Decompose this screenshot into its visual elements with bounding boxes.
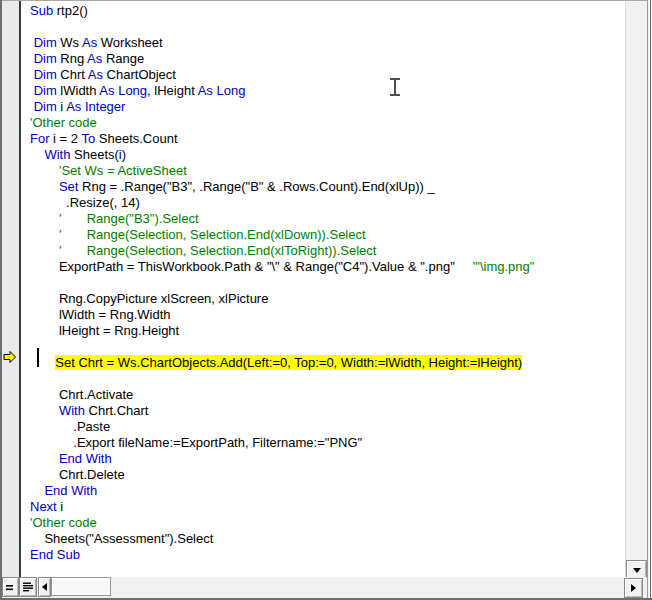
code-token: As xyxy=(82,35,97,50)
code-token: 'Other code xyxy=(30,115,97,130)
code-token: Dim xyxy=(34,83,57,98)
full-module-view-button[interactable] xyxy=(19,577,37,597)
code-token: 'Set Ws = ActiveSheet xyxy=(59,163,187,178)
code-token: End Sub xyxy=(30,547,80,562)
code-line[interactable]: Sheets("Assessment").Select xyxy=(30,531,625,547)
code-line[interactable]: Rng.CopyPicture xlScreen, xlPicture xyxy=(30,291,625,307)
code-token: .Resize(, 14) xyxy=(30,195,140,210)
code-line[interactable]: With Sheets(i) xyxy=(30,147,625,163)
code-line[interactable]: Chrt.Delete xyxy=(30,467,625,483)
code-token: ExportPath = ThisWorkbook.Path & "\" & R… xyxy=(30,259,455,274)
code-line[interactable] xyxy=(30,339,625,355)
horizontal-scrollbar[interactable] xyxy=(2,577,647,598)
code-token: Sheets(i) xyxy=(70,147,126,162)
code-line[interactable] xyxy=(30,371,625,387)
code-line[interactable]: ExportPath = ThisWorkbook.Path & "\" & R… xyxy=(30,259,625,275)
code-token: End With xyxy=(44,483,97,498)
code-token: Dim xyxy=(34,99,57,114)
code-line[interactable]: .Export fileName:=ExportPath, Filtername… xyxy=(30,435,625,451)
code-token: ' Range(Selection, Selection.End(xlToRig… xyxy=(59,243,377,258)
code-line[interactable]: Dim Rng As Range xyxy=(30,51,625,67)
code-token: ' Range(Selection, Selection.End(xlDown)… xyxy=(59,227,366,242)
vertical-scrollbar[interactable] xyxy=(625,1,647,580)
procedure-view-icon xyxy=(6,583,15,592)
code-line[interactable]: ' Range("B3").Select xyxy=(30,211,625,227)
margin-indicator-bar[interactable] xyxy=(2,1,21,577)
window-right-border xyxy=(647,0,652,600)
code-token: As xyxy=(88,67,103,82)
code-token: rtp2() xyxy=(53,3,88,18)
horizontal-scroll-thumb[interactable] xyxy=(51,577,111,596)
scroll-right-button[interactable] xyxy=(624,578,643,598)
code-token xyxy=(30,403,59,418)
code-token: Dim xyxy=(34,67,57,82)
code-line[interactable]: With Chrt.Chart xyxy=(30,403,625,419)
code-token: Chrt.Delete xyxy=(30,467,125,482)
code-token: Long xyxy=(118,83,147,98)
code-token: .Paste xyxy=(30,419,110,434)
code-token: i xyxy=(57,499,64,514)
execution-point-arrow-icon xyxy=(3,350,17,364)
code-line[interactable] xyxy=(30,275,625,291)
code-line[interactable]: End With xyxy=(30,451,625,467)
code-line[interactable]: .Resize(, 14) xyxy=(30,195,625,211)
code-token: lWidth xyxy=(57,83,100,98)
code-line[interactable]: 'Other code xyxy=(30,115,625,131)
code-line[interactable]: .Paste xyxy=(30,419,625,435)
code-token xyxy=(30,355,55,370)
code-token: As xyxy=(87,51,102,66)
code-token: Set xyxy=(59,179,79,194)
code-token: Rng xyxy=(57,51,87,66)
code-line[interactable]: End With xyxy=(30,483,625,499)
code-token xyxy=(30,147,44,162)
code-token xyxy=(30,227,59,242)
code-token: Rng.CopyPicture xlScreen, xlPicture xyxy=(30,291,268,306)
left-triangle-icon xyxy=(42,583,47,591)
code-token xyxy=(30,163,59,178)
code-line[interactable]: Next i xyxy=(30,499,625,515)
code-line[interactable]: Set Rng = .Range("B3", .Range("B" & .Row… xyxy=(30,179,625,195)
code-token: Sheets("Assessment").Select xyxy=(30,531,213,546)
code-line[interactable]: Dim Ws As Worksheet xyxy=(30,35,625,51)
code-line[interactable]: Chrt.Activate xyxy=(30,387,625,403)
code-line[interactable]: Sub rtp2() xyxy=(30,3,625,19)
code-editor[interactable]: Sub rtp2() Dim Ws As Worksheet Dim Rng A… xyxy=(21,1,625,577)
code-line[interactable] xyxy=(30,19,625,35)
code-token: Range xyxy=(102,51,144,66)
text-caret xyxy=(37,348,39,367)
code-token: i xyxy=(57,99,66,114)
code-line[interactable]: End Sub xyxy=(30,547,625,563)
down-triangle-icon xyxy=(633,568,641,573)
code-token: To xyxy=(81,131,95,146)
code-line[interactable]: For i = 2 To Sheets.Count xyxy=(30,131,625,147)
code-token: Integer xyxy=(85,99,125,114)
code-token: Chrt xyxy=(57,67,88,82)
code-line[interactable]: ' Range(Selection, Selection.End(xlToRig… xyxy=(30,243,625,259)
scroll-left-button[interactable] xyxy=(38,577,51,597)
code-token: Rng = .Range("B3", .Range("B" & .Rows.Co… xyxy=(78,179,434,194)
code-token: Chrt.Chart xyxy=(85,403,149,418)
code-line[interactable]: Dim i As Integer xyxy=(30,99,625,115)
code-lines: Sub rtp2() Dim Ws As Worksheet Dim Rng A… xyxy=(21,1,625,563)
code-token: As xyxy=(198,83,213,98)
code-line[interactable]: lWidth = Rng.Width xyxy=(30,307,625,323)
vbe-code-window: { "colors": { "keyword": "#0000C0", "com… xyxy=(0,0,652,600)
code-token: Long xyxy=(216,83,245,98)
code-token xyxy=(30,243,59,258)
code-token: Set Chrt = Ws.ChartObjects.Add(Left:=0, … xyxy=(55,355,522,370)
execution-point-line[interactable]: Set Chrt = Ws.ChartObjects.Add(Left:=0, … xyxy=(30,355,625,371)
code-token: Sub xyxy=(30,3,53,18)
code-token: As xyxy=(66,99,81,114)
code-token: As xyxy=(99,83,114,98)
code-line[interactable]: 'Set Ws = ActiveSheet xyxy=(30,163,625,179)
code-line[interactable]: ' Range(Selection, Selection.End(xlDown)… xyxy=(30,227,625,243)
code-token: ChartObject xyxy=(103,67,176,82)
code-token: End With xyxy=(59,451,112,466)
ibeam-cursor-icon xyxy=(388,77,402,97)
code-line[interactable]: 'Other code xyxy=(30,515,625,531)
code-line[interactable]: Dim lWidth As Long, lHeight As Long xyxy=(30,83,625,99)
code-line[interactable]: Dim Chrt As ChartObject xyxy=(30,67,625,83)
procedure-view-button[interactable] xyxy=(2,577,19,597)
code-line[interactable]: lHeight = Rng.Height xyxy=(30,323,625,339)
code-token: lHeight = Rng.Height xyxy=(30,323,179,338)
